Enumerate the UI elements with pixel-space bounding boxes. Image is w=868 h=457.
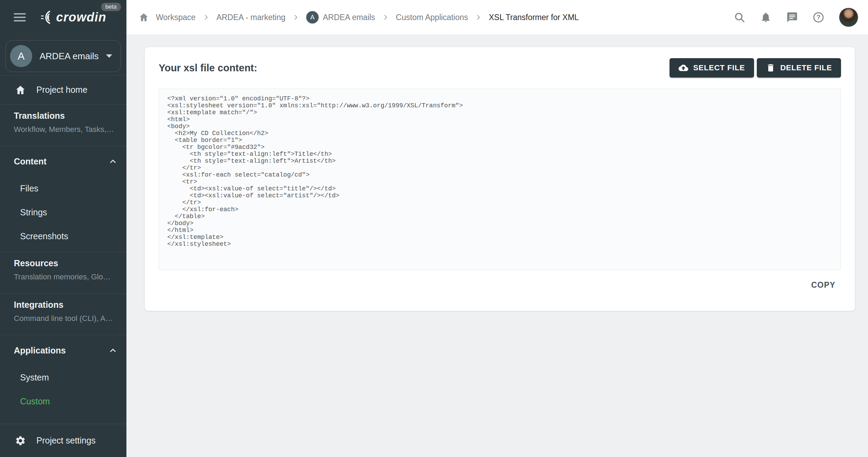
section-subtitle: Workflow, Members, Tasks, Act… (14, 125, 114, 134)
sidebar-item-custom[interactable]: Custom (0, 389, 126, 413)
sidebar-item-label: Project settings (36, 436, 96, 446)
section-title: Integrations (14, 300, 118, 310)
trash-icon (766, 63, 776, 73)
card-footer: COPY (159, 270, 841, 290)
project-avatar: A (10, 45, 32, 67)
home-icon[interactable] (139, 12, 149, 23)
chevron-right-icon (382, 14, 389, 21)
breadcrumb: Workspace ARDEA - marketing A ARDEA emai… (139, 11, 734, 24)
select-file-button[interactable]: SELECT FILE (670, 58, 754, 78)
home-icon (15, 84, 26, 96)
select-file-label: SELECT FILE (693, 63, 745, 72)
gear-icon (15, 435, 26, 446)
sidebar-item-integrations[interactable]: Integrations Command line tool (CLI), AP… (0, 294, 126, 335)
sidebar-item-content[interactable]: Content (0, 146, 126, 177)
breadcrumb-project-label: ARDEA emails (323, 13, 375, 22)
sidebar-item-system[interactable]: System (0, 366, 126, 389)
sidebar-item-translations[interactable]: Translations Workflow, Members, Tasks, A… (0, 105, 126, 146)
section-title: Resources (14, 258, 118, 268)
chevron-down-icon (106, 54, 112, 58)
logo-text: crowdin (56, 10, 106, 25)
chevron-right-icon (203, 14, 210, 21)
crowdin-logo-icon (36, 10, 54, 25)
breadcrumb-project[interactable]: A ARDEA emails (306, 11, 375, 24)
sidebar: crowdin beta A ARDEA emails Project home… (0, 0, 126, 457)
sidebar-group-content: Content Files Strings Screenshots (0, 146, 126, 252)
sidebar-item-label: Project home (36, 85, 87, 95)
search-icon[interactable] (734, 11, 745, 23)
menu-icon[interactable] (14, 13, 26, 21)
file-actions: SELECT FILE DELETE FILE (670, 58, 841, 78)
chevron-right-icon (475, 14, 482, 21)
chevron-right-icon (292, 14, 299, 21)
help-icon[interactable]: ? (813, 11, 824, 23)
breadcrumb-custom-applications[interactable]: Custom Applications (396, 13, 468, 22)
chat-icon[interactable] (786, 11, 798, 23)
section-title: Content (14, 156, 46, 167)
section-subtitle: Translation memories, Glossari… (14, 272, 114, 281)
beta-badge: beta (101, 3, 121, 11)
sidebar-item-project-settings[interactable]: Project settings (0, 424, 126, 457)
chevron-up-icon (108, 157, 117, 166)
page-title: Your xsl file content: (159, 62, 257, 74)
xsl-code-viewer[interactable]: <?xml version="1.0" encoding="UTF-8"?> <… (159, 89, 841, 270)
sidebar-item-strings[interactable]: Strings (0, 200, 126, 224)
top-bar: Workspace ARDEA - marketing A ARDEA emai… (126, 0, 868, 35)
cloud-upload-icon (679, 63, 688, 73)
user-avatar[interactable] (839, 8, 858, 27)
sidebar-item-project-home[interactable]: Project home (0, 75, 126, 104)
project-avatar: A (306, 11, 319, 24)
breadcrumb-group[interactable]: ARDEA - marketing (216, 13, 285, 22)
copy-button[interactable]: COPY (811, 280, 835, 290)
sidebar-item-files[interactable]: Files (0, 177, 126, 200)
xsl-file-card: Your xsl file content: SELECT FILE DELET… (145, 47, 855, 311)
section-title: Translations (14, 111, 118, 121)
crowdin-logo[interactable]: crowdin (36, 10, 106, 25)
xsl-code-content: <?xml version="1.0" encoding="UTF-8"?> <… (159, 89, 841, 254)
breadcrumb-current-page: XSL Transformer for XML (489, 13, 579, 22)
topbar-actions: ? (734, 8, 858, 27)
delete-file-label: DELETE FILE (780, 63, 832, 72)
chevron-up-icon (108, 346, 117, 355)
bell-icon[interactable] (760, 11, 772, 23)
svg-text:?: ? (816, 14, 820, 21)
section-subtitle: Command line tool (CLI), API, A… (14, 314, 114, 323)
sidebar-item-screenshots[interactable]: Screenshots (0, 224, 126, 248)
project-name: ARDEA emails (32, 51, 106, 62)
breadcrumb-workspace[interactable]: Workspace (156, 13, 196, 22)
delete-file-button[interactable]: DELETE FILE (757, 58, 841, 78)
sidebar-item-applications[interactable]: Applications (0, 335, 126, 366)
card-header: Your xsl file content: SELECT FILE DELET… (159, 47, 841, 78)
sidebar-item-resources[interactable]: Resources Translation memories, Glossari… (0, 252, 126, 293)
project-selector[interactable]: A ARDEA emails (6, 40, 121, 72)
sidebar-header: crowdin beta (0, 0, 126, 35)
section-title: Applications (14, 346, 66, 356)
sidebar-group-applications: Applications System Custom (0, 335, 126, 417)
main-content: Your xsl file content: SELECT FILE DELET… (126, 35, 868, 457)
